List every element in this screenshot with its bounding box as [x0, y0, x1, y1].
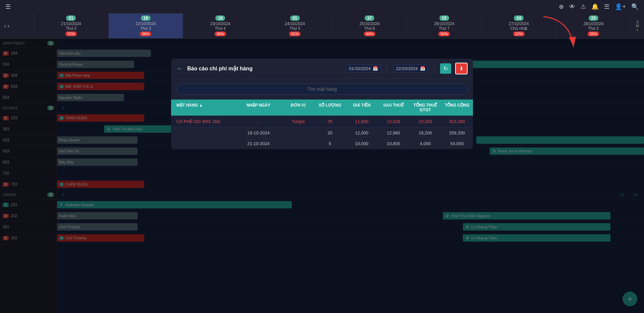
calendar-to-icon[interactable]: 📅 [420, 66, 425, 71]
td-d1-tong-thue: 19,200 [410, 130, 441, 135]
date-from-input[interactable]: 01/10/2024 📅 [346, 64, 381, 73]
td-d1-don-vi [282, 130, 314, 135]
main-area: APARTMENT 2 D 204 304 D 404 D 504 604 DO… [0, 39, 644, 313]
table-body: CÀ PHÊ GO 3IN1 16G ... Túi/gói 25 11,600… [171, 116, 473, 149]
date-text-4: 25/10/2024 [360, 21, 380, 26]
date-badge-4: 17 [365, 15, 374, 21]
th-mat-hang: MẶT HÀNG ▲ [171, 103, 234, 112]
td-d2-tong-thue: 4,000 [410, 141, 441, 146]
td-d1-tong-cong: 259,200 [441, 130, 473, 135]
td-product-sau-thue: 12,528 [378, 119, 410, 124]
td-d2-don-vi [282, 141, 314, 146]
date-text-7: 28/10/2024 [583, 21, 603, 26]
date-col-5[interactable]: 15 26/10/2024 Thứ 7 50% [407, 13, 482, 38]
date-cols: 21 21/10/2024 Thứ 2 72% 19 22/10/2024 Th… [34, 13, 631, 38]
refresh-button[interactable]: ↻ [440, 63, 451, 74]
date-col-6[interactable]: 24 27/10/2024 Chủ nhật 22% [481, 13, 556, 38]
td-product-name: CÀ PHÊ GO 3IN1 16G [171, 119, 234, 124]
date-day-3: Thứ 5 [289, 26, 300, 31]
date-text-5: 26/10/2024 [434, 21, 454, 26]
date-col-3[interactable]: 21 24/10/2024 Thứ 5 31% [258, 13, 332, 38]
search-icon[interactable]: 🔍 [631, 3, 639, 10]
date-day-1: Thứ 3 [140, 26, 151, 31]
date-col-2[interactable]: 19 23/10/2024 Thứ 4 38% [183, 13, 258, 38]
extra-col-s: S M L [631, 13, 644, 38]
th-tong-thue: TỔNG THUẾ GTGT [410, 103, 441, 112]
th-so-luong: SỐ LƯỢNG [314, 103, 346, 112]
date-day-4: Thứ 6 [364, 26, 375, 31]
product-row-ca-phe[interactable]: CÀ PHÊ GO 3IN1 16G ... Túi/gói 25 11,600… [171, 116, 473, 128]
search-input[interactable] [176, 83, 468, 95]
percent-badge-0: 72% [65, 32, 77, 36]
td-d2-sau-thue: 10,800 [378, 141, 410, 146]
alert-icon[interactable]: ⚠ [581, 3, 586, 10]
prev-arrow[interactable]: ‹ [4, 22, 6, 29]
date-badge-3: 21 [290, 15, 300, 21]
td-product-nhap-ngay: ... [234, 119, 282, 124]
download-button[interactable]: ⬇ [455, 63, 468, 74]
detail-row-2: 21-10-2024 5 10,000 10,800 4,000 54,000 [171, 138, 473, 149]
user-plus-icon[interactable]: 👤+ [615, 3, 626, 10]
modal-table: MẶT HÀNG ▲ NHẬP NGÀY ĐƠN VỊ SỐ LƯỢNG GIÁ… [171, 100, 473, 149]
percent-badge-2: 38% [215, 32, 226, 36]
date-badge-7: 23 [589, 15, 598, 21]
date-badge-6: 24 [514, 15, 524, 21]
date-row: ‹ › 21 21/10/2024 Thứ 2 72% 19 22/10/202… [0, 13, 644, 39]
percent-badge-3: 31% [289, 32, 301, 36]
td-product-tong-thue: 23,200 [410, 119, 441, 124]
td-d2-nhap-ngay: 21-10-2024 [234, 141, 282, 146]
td-d1-so-luong: 20 [314, 130, 346, 135]
th-tong-cong: TỔNG CỘNG [441, 103, 473, 112]
date-col-7[interactable]: 23 28/10/2024 Thứ 2 25% [556, 13, 631, 38]
th-gia-tien: GIÁ TIỀN [346, 103, 378, 112]
globe-icon[interactable]: ⊕ [559, 3, 564, 10]
date-separator: | [386, 66, 387, 71]
calendar-from-icon[interactable]: 📅 [373, 66, 378, 71]
modal-overlay: ← Báo cáo chi phí mặt hàng 01/10/2024 📅 … [0, 39, 644, 313]
divider: | [434, 66, 435, 71]
date-text-2: 23/10/2024 [210, 21, 230, 26]
eye-icon[interactable]: 👁 [569, 3, 575, 10]
top-header: ☰ ⊕ 👁 ⚠ 🔔 ☰ 👤+ 🔍 [0, 0, 644, 13]
date-badge-0: 21 [66, 15, 76, 21]
modal-title: Báo cáo chi phí mặt hàng [187, 65, 342, 72]
date-text-1: 22/10/2024 [136, 21, 156, 26]
nav-arrows: ‹ › [0, 13, 34, 38]
modal-search-area [171, 79, 473, 100]
td-d1-gia-tien: 12,000 [346, 130, 378, 135]
date-col-1[interactable]: 19 22/10/2024 Thứ 3 38% [108, 13, 183, 38]
percent-badge-7: 25% [588, 32, 599, 36]
header-left: ☰ [5, 3, 11, 10]
td-product-so-luong: 25 [314, 119, 346, 124]
date-to-value: 22/10/2024 [396, 66, 418, 71]
date-badge-5: 15 [439, 15, 449, 21]
modal-back-button[interactable]: ← [176, 65, 183, 72]
bell-icon[interactable]: 🔔 [591, 3, 599, 10]
next-arrow[interactable]: › [7, 22, 9, 29]
header-right: ⊕ 👁 ⚠ 🔔 ☰ 👤+ 🔍 [559, 3, 639, 10]
date-to-input[interactable]: 22/10/2024 📅 [393, 64, 428, 73]
td-product-don-vi: Túi/gói [282, 119, 314, 124]
td-d2-so-luong: 5 [314, 141, 346, 146]
date-text-3: 24/10/2024 [285, 21, 305, 26]
td-d2-gia-tien: 10,000 [346, 141, 378, 146]
menu-icon[interactable]: ☰ [604, 3, 609, 10]
td-d1-sau-thue: 12,960 [378, 130, 410, 135]
td-product-tong-cong: 313,200 [441, 119, 473, 124]
percent-badge-5: 50% [438, 32, 450, 36]
date-col-4[interactable]: 17 25/10/2024 Thứ 6 44% [332, 13, 407, 38]
report-modal: ← Báo cáo chi phí mặt hàng 01/10/2024 📅 … [171, 59, 473, 149]
td-d2-tong-cong: 54,000 [441, 141, 473, 146]
date-text-0: 21/10/2024 [61, 21, 81, 26]
table-header: MẶT HÀNG ▲ NHẬP NGÀY ĐƠN VỊ SỐ LƯỢNG GIÁ… [171, 100, 473, 116]
td-d2-product [171, 141, 234, 146]
date-col-0[interactable]: 21 21/10/2024 Thứ 2 72% [34, 13, 108, 38]
date-badge-1: 19 [141, 15, 151, 21]
hamburger-icon[interactable]: ☰ [5, 3, 11, 10]
modal-header: ← Báo cáo chi phí mặt hàng 01/10/2024 📅 … [171, 59, 473, 79]
td-d1-nhap-ngay: 19-10-2024 [234, 130, 282, 135]
percent-badge-4: 44% [364, 32, 375, 36]
date-from-value: 01/10/2024 [349, 66, 371, 71]
date-text-6: 27/10/2024 [509, 21, 529, 26]
th-don-vi: ĐƠN VỊ [282, 103, 314, 112]
